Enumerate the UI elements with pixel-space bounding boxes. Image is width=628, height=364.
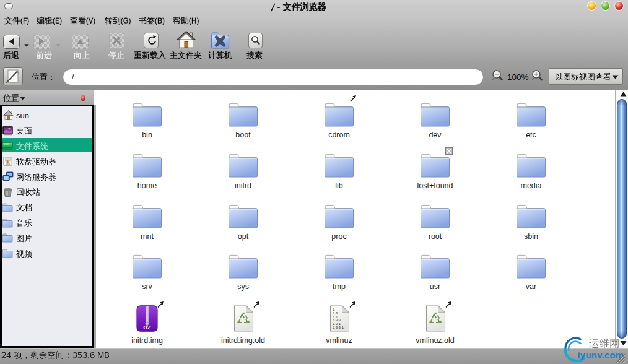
svg-text:GZ: GZ bbox=[143, 324, 151, 331]
svg-text:1001: 1001 bbox=[333, 326, 344, 330]
